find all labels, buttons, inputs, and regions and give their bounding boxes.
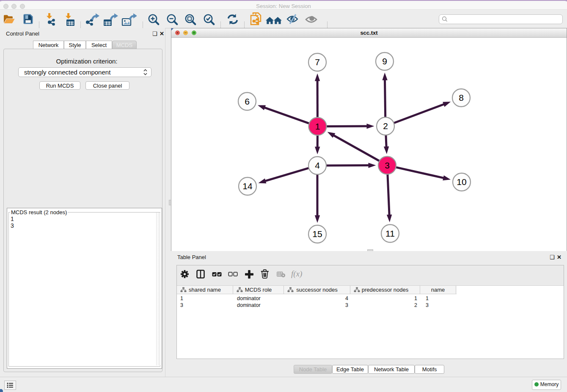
svg-text:7: 7	[315, 57, 320, 67]
svg-text:6: 6	[245, 97, 250, 106]
svg-text:11: 11	[385, 229, 395, 238]
svg-text:4: 4	[315, 160, 320, 170]
svg-text:1: 1	[315, 121, 320, 131]
svg-text:f(x): f(x)	[291, 269, 302, 279]
svg-text:14: 14	[242, 181, 253, 191]
svg-text:3: 3	[385, 160, 390, 170]
svg-text:15: 15	[312, 229, 322, 239]
svg-text:2: 2	[383, 121, 388, 131]
svg-text:8: 8	[459, 93, 464, 102]
svg-text:9: 9	[382, 56, 387, 66]
svg-text:10: 10	[457, 177, 466, 187]
